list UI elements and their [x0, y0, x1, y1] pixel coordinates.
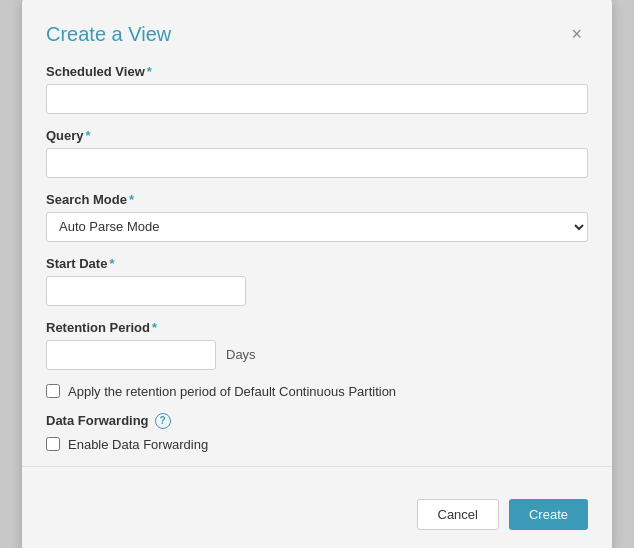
data-forwarding-help-icon[interactable]: ? [155, 413, 171, 429]
query-group: Query* [46, 128, 588, 178]
footer-divider [22, 466, 612, 467]
start-date-group: Start Date* [46, 256, 588, 306]
dialog-footer: Cancel Create [46, 487, 588, 530]
data-forwarding-section-label: Data Forwarding ? [46, 413, 588, 429]
cancel-button[interactable]: Cancel [417, 499, 499, 530]
scheduled-view-label: Scheduled View* [46, 64, 588, 79]
apply-retention-row: Apply the retention period of Default Co… [46, 384, 588, 399]
apply-retention-label: Apply the retention period of Default Co… [68, 384, 396, 399]
days-label: Days [226, 347, 256, 362]
start-date-input[interactable] [46, 276, 246, 306]
retention-period-label: Retention Period* [46, 320, 588, 335]
data-forwarding-group: Data Forwarding ? Enable Data Forwarding [46, 413, 588, 452]
retention-input[interactable] [46, 340, 216, 370]
dialog-header: Create a View × [46, 23, 588, 46]
enable-forwarding-row: Enable Data Forwarding [46, 437, 588, 452]
search-mode-group: Search Mode* Auto Parse Mode Manual Mode [46, 192, 588, 242]
create-view-dialog: Create a View × Scheduled View* Query* S… [22, 0, 612, 548]
start-date-label: Start Date* [46, 256, 588, 271]
retention-period-group: Retention Period* Days [46, 320, 588, 370]
query-label: Query* [46, 128, 588, 143]
retention-row: Days [46, 340, 588, 370]
scheduled-view-input[interactable] [46, 84, 588, 114]
search-mode-select[interactable]: Auto Parse Mode Manual Mode [46, 212, 588, 242]
dialog-title: Create a View [46, 23, 171, 46]
close-button[interactable]: × [565, 23, 588, 45]
create-button[interactable]: Create [509, 499, 588, 530]
enable-forwarding-label: Enable Data Forwarding [68, 437, 208, 452]
apply-retention-checkbox[interactable] [46, 384, 60, 398]
search-mode-label: Search Mode* [46, 192, 588, 207]
enable-forwarding-checkbox[interactable] [46, 437, 60, 451]
query-input[interactable] [46, 148, 588, 178]
scheduled-view-group: Scheduled View* [46, 64, 588, 114]
